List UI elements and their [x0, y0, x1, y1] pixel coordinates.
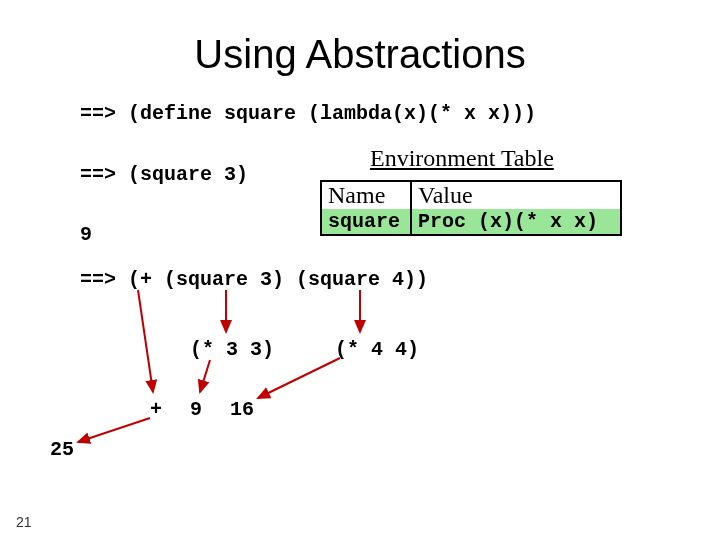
code-nine: 9	[190, 398, 202, 421]
arrow-icon	[78, 418, 150, 442]
env-table-title: Environment Table	[370, 145, 554, 172]
env-table-row: square Proc (x)(* x x)	[321, 209, 621, 235]
code-reduce-33: (* 3 3)	[190, 338, 274, 361]
arrow-icon	[200, 360, 210, 392]
code-reduce-44: (* 4 4)	[335, 338, 419, 361]
env-col-name: Name	[321, 181, 411, 209]
code-twentyfive: 25	[50, 438, 74, 461]
env-table: Name Value square Proc (x)(* x x)	[320, 180, 622, 236]
slide: Using Abstractions ==> (define square (l…	[0, 0, 720, 540]
code-sixteen: 16	[230, 398, 254, 421]
arrow-icon	[258, 358, 340, 398]
code-call-square: ==> (square 3)	[80, 163, 248, 186]
code-result-9: 9	[80, 223, 92, 246]
env-cell-name: square	[321, 209, 411, 235]
env-table-header: Name Value	[321, 181, 621, 209]
slide-number: 21	[16, 514, 32, 530]
env-cell-value: Proc (x)(* x x)	[411, 209, 621, 235]
arrow-icon	[138, 290, 153, 392]
code-expr-plus: ==> (+ (square 3) (square 4))	[80, 268, 428, 291]
code-define: ==> (define square (lambda(x)(* x x)))	[80, 102, 536, 125]
slide-title: Using Abstractions	[0, 32, 720, 77]
env-col-value: Value	[411, 181, 621, 209]
code-plus: +	[150, 398, 162, 421]
